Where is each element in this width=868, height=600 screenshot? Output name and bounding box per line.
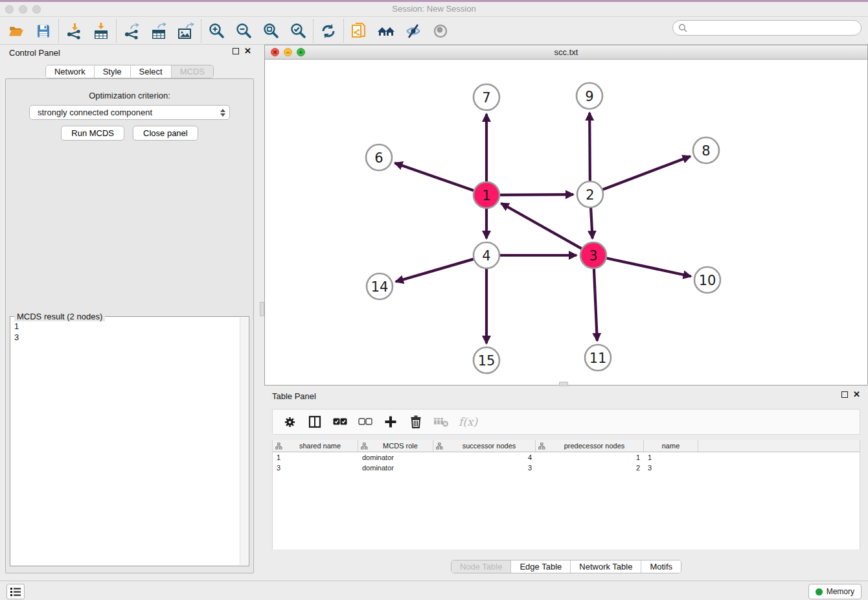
column-header-filler (698, 440, 860, 452)
show-panels-button[interactable] (6, 584, 25, 599)
clone-network-button[interactable] (345, 19, 372, 43)
zoom-out-icon (234, 22, 253, 40)
plus-icon (384, 415, 397, 428)
column-header-shared-name[interactable]: shared name (273, 440, 358, 452)
zoom-fit-button[interactable] (257, 19, 284, 43)
zoom-in-button[interactable] (203, 19, 230, 43)
save-icon (36, 23, 51, 39)
column-header-successor-nodes[interactable]: successor nodes (433, 440, 536, 452)
mcds-result-text[interactable]: 13 (12, 321, 239, 564)
import-table-icon (92, 22, 110, 40)
add-column-button[interactable] (383, 414, 398, 430)
network-window-title: scc.txt (265, 47, 867, 57)
column-type-icon (361, 443, 368, 450)
graph-edge-1-2[interactable] (500, 194, 573, 195)
graph-edge-3-11[interactable] (594, 269, 597, 341)
close-panel-button[interactable]: Close panel (133, 126, 198, 141)
table-panel-tabs: Node TableEdge TableNetwork TableMotifs (451, 560, 681, 573)
graph-node-label: 14 (371, 279, 389, 295)
toolbar-separator (116, 19, 117, 43)
search-input[interactable] (687, 23, 856, 32)
memory-button[interactable]: Memory (808, 584, 862, 599)
table-panel-float-button[interactable] (841, 391, 848, 398)
graph-edge-2-8[interactable] (603, 156, 691, 189)
select-all-button[interactable] (332, 414, 348, 430)
optimization-criterion-value: strongly connected component (38, 108, 220, 117)
deselect-all-button[interactable] (358, 414, 373, 430)
apply-layout-button[interactable] (315, 19, 342, 43)
export-image-button[interactable] (172, 19, 200, 43)
clone-network-icon (350, 22, 368, 40)
column-header-predecessor-nodes[interactable]: predecessor nodes (536, 440, 644, 452)
column-type-icon (538, 443, 545, 450)
tab-select[interactable]: Select (130, 65, 171, 78)
tab-network-table[interactable]: Network Table (570, 560, 641, 573)
tab-motifs[interactable]: Motifs (641, 560, 681, 573)
delete-column-button[interactable] (408, 414, 424, 430)
control-panel-tabs: NetworkStyleSelectMCDS (45, 65, 214, 78)
graph-edge-3-1[interactable] (501, 203, 582, 249)
gear-icon (284, 416, 296, 428)
zoom-selected-button[interactable] (284, 19, 312, 43)
table-panel-close-button[interactable]: ✕ (853, 391, 860, 398)
search-field[interactable] (672, 20, 862, 36)
column-header-MCDS-role[interactable]: MCDS role (358, 440, 433, 452)
network-graph[interactable]: 7968124314101511 (265, 60, 867, 385)
toolbar-separator (313, 19, 314, 43)
export-network-button[interactable] (118, 19, 145, 43)
export-network-icon (122, 22, 141, 40)
show-all-button[interactable] (427, 19, 454, 43)
graph-edge-1-6[interactable] (395, 163, 474, 190)
tab-edge-table[interactable]: Edge Table (510, 560, 570, 573)
import-table-button[interactable] (87, 19, 115, 43)
columns-icon (308, 415, 321, 428)
table-cell: 4 (433, 454, 536, 461)
splitter-handle-horizontal[interactable] (559, 382, 568, 386)
open-file-button[interactable] (3, 19, 30, 43)
run-mcds-button[interactable]: Run MCDS (61, 126, 124, 141)
column-type-icon (436, 443, 443, 450)
tab-network[interactable]: Network (46, 65, 94, 78)
result-scrollbar[interactable] (240, 317, 248, 565)
graph-node-label: 8 (702, 143, 710, 159)
graph-node-label: 3 (589, 248, 597, 264)
table-row[interactable]: 3dominator323 (273, 463, 860, 473)
column-settings-button[interactable] (282, 414, 297, 430)
zoom-fit-icon (262, 22, 280, 40)
show-columns-button[interactable] (307, 414, 323, 430)
hide-selected-button[interactable] (400, 19, 427, 43)
table-panel: Table Panel ✕ (264, 388, 868, 579)
tab-style[interactable]: Style (94, 65, 130, 78)
graph-edge-3-10[interactable] (607, 258, 691, 276)
save-session-button[interactable] (30, 19, 57, 43)
graph-edge-2-3[interactable] (591, 208, 593, 238)
function-builder-button: f(x) (459, 415, 477, 428)
graph-edge-4-14[interactable] (396, 259, 474, 282)
network-window-titlebar[interactable]: ✕ − + scc.txt (265, 45, 867, 60)
graph-node-label: 11 (589, 351, 607, 366)
table-header-row: shared nameMCDS rolesuccessor nodesprede… (273, 440, 860, 452)
graph-node-label: 4 (482, 248, 490, 264)
control-panel: Control Panel ✕ NetworkStyleSelectMCDS O… (0, 45, 259, 580)
zoom-out-button[interactable] (230, 19, 257, 43)
optimization-criterion-select[interactable]: strongly connected component (29, 105, 230, 120)
export-table-button[interactable] (145, 19, 172, 43)
column-header-name[interactable]: name (644, 440, 698, 452)
control-panel-close-button[interactable]: ✕ (244, 48, 251, 54)
toolbar-separator (58, 19, 59, 43)
graph-edge-2-9[interactable] (589, 113, 590, 181)
import-network-button[interactable] (60, 19, 87, 43)
table-cell: dominator (358, 464, 433, 472)
table-cell: 3 (644, 464, 698, 472)
table-cell: 1 (273, 454, 358, 461)
optimization-criterion-label: Optimization criterion: (6, 91, 253, 100)
splitter-handle-vertical[interactable] (260, 302, 264, 316)
first-neighbors-button[interactable] (372, 19, 400, 43)
control-panel-float-button[interactable] (233, 48, 239, 54)
zoom-in-icon (207, 22, 225, 40)
network-canvas[interactable]: 7968124314101511 (265, 60, 867, 385)
table-row[interactable]: 1dominator411 (273, 452, 860, 463)
graph-node-label: 1 (482, 188, 490, 203)
eye-slash-icon (404, 22, 422, 40)
dropdown-stepper-icon (220, 109, 225, 117)
